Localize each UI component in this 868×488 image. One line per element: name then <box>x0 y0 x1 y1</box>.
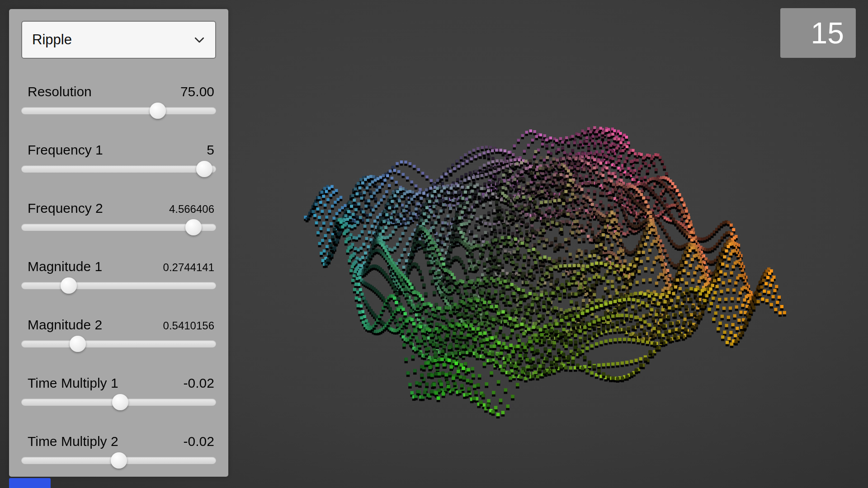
slider-label: Time Multiply 2 <box>28 434 118 449</box>
function-dropdown[interactable]: Ripple <box>21 21 216 59</box>
slider-thumb[interactable] <box>150 103 166 119</box>
slider-row: Magnitude 1 0.2744141 <box>21 259 216 294</box>
slider[interactable] <box>21 102 216 119</box>
slider-label: Time Multiply 1 <box>28 375 118 391</box>
slider-label: Frequency 2 <box>28 201 103 216</box>
slider-row: Magnitude 2 0.5410156 <box>21 317 216 352</box>
slider-label: Magnitude 2 <box>28 317 102 333</box>
slider-thumb[interactable] <box>185 219 202 235</box>
slider[interactable] <box>21 394 216 411</box>
slider-value: 75.00 <box>180 84 214 99</box>
slider-track[interactable] <box>21 340 216 347</box>
slider-thumb[interactable] <box>70 336 86 352</box>
slider-value: 0.5410156 <box>163 319 214 332</box>
slider-value: 5 <box>207 142 214 158</box>
slider-thumb[interactable] <box>61 277 77 294</box>
slider-value: 0.2744141 <box>163 261 214 274</box>
slider-label: Magnitude 1 <box>28 259 102 274</box>
fps-counter: 15 <box>780 8 856 58</box>
slider-label: Frequency 1 <box>28 142 103 158</box>
slider-row: Frequency 1 5 <box>21 142 216 178</box>
slider[interactable] <box>21 219 216 236</box>
slider-value: -0.02 <box>184 375 214 391</box>
slider-thumb[interactable] <box>111 452 127 469</box>
slider-row: Frequency 2 4.566406 <box>21 201 216 236</box>
fps-value: 15 <box>811 16 844 50</box>
slider[interactable] <box>21 452 216 469</box>
slider-value: 4.566406 <box>169 203 214 216</box>
slider[interactable] <box>21 277 216 294</box>
slider[interactable] <box>21 160 216 178</box>
slider-track[interactable] <box>21 107 216 114</box>
control-panel: Ripple Resolution 75.00 Frequency 1 5 Fr… <box>9 9 228 477</box>
slider-label: Resolution <box>28 84 92 99</box>
slider-track[interactable] <box>21 282 216 289</box>
chevron-down-icon <box>193 33 206 47</box>
slider-value: -0.02 <box>184 434 214 449</box>
slider-list: Resolution 75.00 Frequency 1 5 Frequency… <box>21 84 216 469</box>
slider[interactable] <box>21 335 216 352</box>
bottom-left-blue-element[interactable] <box>9 478 51 488</box>
function-dropdown-value: Ripple <box>32 32 72 48</box>
slider-row: Time Multiply 1 -0.02 <box>21 375 216 411</box>
slider-row: Time Multiply 2 -0.02 <box>21 434 216 469</box>
slider-track[interactable] <box>21 165 216 173</box>
slider-thumb[interactable] <box>112 394 128 410</box>
slider-row: Resolution 75.00 <box>21 84 216 119</box>
slider-thumb[interactable] <box>196 161 212 177</box>
